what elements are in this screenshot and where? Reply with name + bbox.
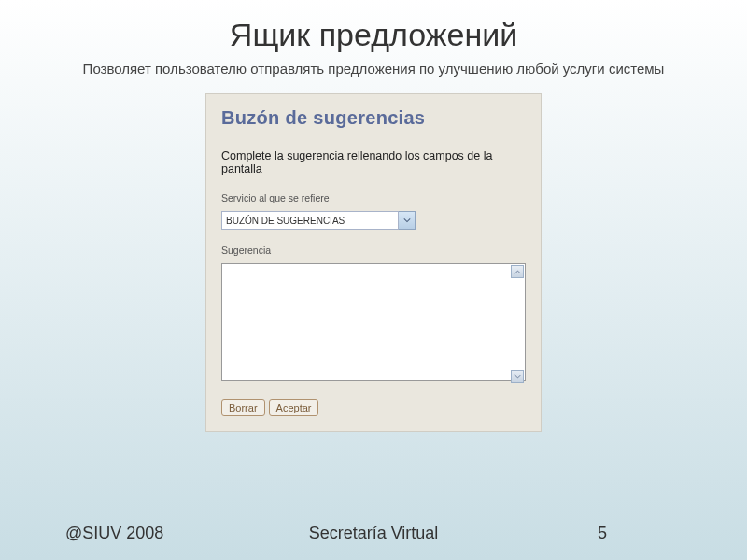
slide-footer: @SIUV 2008 Secretaría Virtual 5 [0,524,747,543]
accept-button[interactable]: Aceptar [269,399,319,416]
slide-subtitle: Позволяет пользователю отправлять предло… [0,61,747,93]
form-button-row: Borrar Aceptar [221,399,526,416]
form-instruction: Complete la sugerencia rellenando los ca… [221,149,526,175]
page-number: 5 [598,524,607,543]
suggestion-form-panel: Buzón de sugerencias Complete la sugeren… [205,93,542,432]
chevron-down-icon[interactable] [399,211,416,230]
form-heading: Buzón de sugerencias [221,107,526,129]
suggestion-textarea[interactable] [221,263,526,381]
clear-button[interactable]: Borrar [221,399,265,416]
service-label: Servicio al que se refiere [221,192,526,203]
service-selected-value: BUZÓN DE SUGERENCIAS [221,211,399,230]
slide-title: Ящик предложений [0,0,747,61]
scroll-down-icon[interactable] [511,370,524,383]
scroll-up-icon[interactable] [511,265,524,278]
suggestion-label: Sugerencia [221,245,526,256]
service-select[interactable]: BUZÓN DE SUGERENCIAS [221,211,526,230]
suggestion-textarea-wrap [221,263,526,385]
footer-handle: @SIUV 2008 [65,524,163,543]
